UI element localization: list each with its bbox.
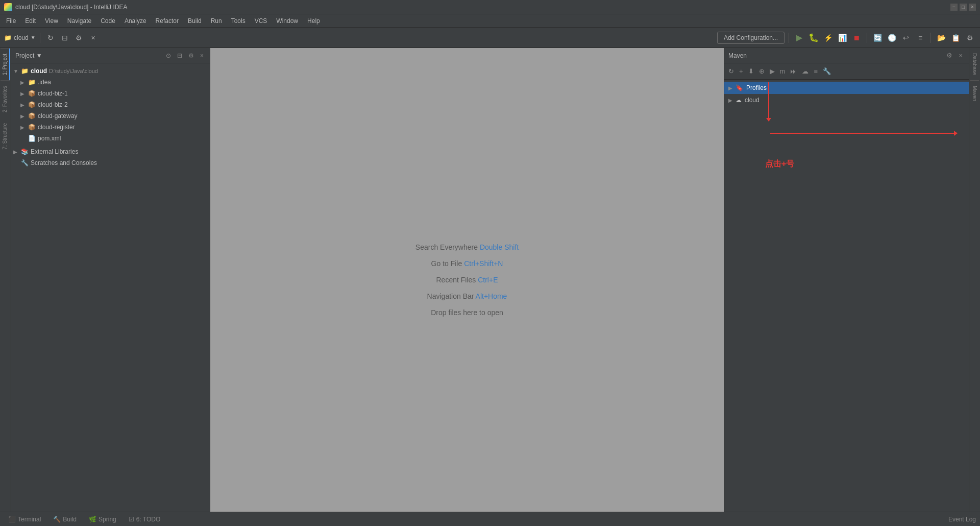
toolbar-refresh-btn[interactable]: ↻ [44, 32, 57, 44]
menu-view[interactable]: View [41, 16, 62, 26]
tree-item-scratches[interactable]: ▶ 🔧 Scratches and Consoles [11, 157, 210, 169]
terminal-icon: ⬛ [8, 516, 16, 523]
arrow-biz2: ▶ [20, 102, 28, 108]
tree-item-root[interactable]: ▼ 📁 cloud D:\study\Java\cloud [11, 65, 210, 77]
maven-skip-btn[interactable]: ⏭ [788, 66, 799, 77]
menu-vcs[interactable]: VCS [251, 16, 272, 26]
arrow-gateway: ▶ [20, 113, 28, 119]
recent-files-button[interactable]: 📋 [949, 32, 962, 44]
panel-header: Project ▼ ⊙ ⊟ ⚙ × [11, 48, 210, 63]
panel-refresh-btn[interactable]: ⊙ [164, 51, 173, 60]
update-button[interactable]: 🔄 [871, 32, 884, 44]
menu-help[interactable]: Help [303, 16, 324, 26]
todo-tab[interactable]: ☑ 6: TODO [125, 514, 165, 524]
terminal-tab[interactable]: ⬛ Terminal [4, 514, 45, 524]
cloud-label: cloud [745, 97, 760, 104]
menu-run[interactable]: Run [207, 16, 226, 26]
maven-item-cloud[interactable]: ▶ ☁ cloud [724, 94, 969, 106]
tree-item-cloud-register[interactable]: ▶ 📦 cloud-register [11, 122, 210, 133]
sidebar-tab-database[interactable]: Database [970, 48, 979, 81]
toolbar-separator-3 [867, 33, 867, 43]
toolbar-close-btn[interactable]: × [87, 32, 100, 44]
right-side-tabs: Database Maven [969, 48, 980, 512]
tree-item-cloud-gateway[interactable]: ▶ 📦 cloud-gateway [11, 110, 210, 122]
maven-download-btn[interactable]: ⬇ [746, 66, 756, 77]
revert-button[interactable]: ↩ [900, 32, 912, 44]
minimize-button[interactable]: − [950, 4, 958, 11]
menu-analyze[interactable]: Analyze [120, 16, 151, 26]
project-panel: Project ▼ ⊙ ⊟ ⚙ × ▼ 📁 cloud D:\study\Jav… [11, 48, 210, 512]
sidebar-tab-structure[interactable]: 7: Structure [1, 118, 10, 155]
menu-window[interactable]: Window [272, 16, 302, 26]
hint-recent-files: Recent Files Ctrl+E [436, 276, 498, 284]
stop-button[interactable]: ⏹ [850, 32, 863, 44]
build-tab[interactable]: 🔨 Build [49, 514, 81, 524]
maven-m-btn[interactable]: m [778, 66, 788, 77]
menu-navigate[interactable]: Navigate [63, 16, 95, 26]
tree-item-pom[interactable]: ▶ 📄 pom.xml [11, 133, 210, 144]
sidebar-tab-maven[interactable]: Maven [970, 81, 979, 106]
arrow-ext-libs: ▶ [13, 149, 20, 155]
lib-icon-ext: 📚 [20, 148, 29, 156]
tree-item-idea[interactable]: ▶ 📁 .idea [11, 77, 210, 88]
annotate-button[interactable]: ≡ [914, 32, 926, 44]
pom-label: pom.xml [38, 135, 61, 142]
project-folder-icon: 📁 [4, 34, 12, 41]
ext-libs-label: External Libraries [31, 148, 78, 155]
run-button[interactable]: ▶ [793, 32, 805, 44]
settings-main-button[interactable]: ⚙ [964, 32, 976, 44]
xml-icon-pom: 📄 [28, 134, 36, 142]
maven-cloud-btn[interactable]: ☁ [800, 66, 811, 77]
tree-item-cloud-biz-1[interactable]: ▶ 📦 cloud-biz-1 [11, 88, 210, 99]
panel-collapse-all-btn[interactable]: ⊟ [175, 51, 184, 60]
profiles-arrow: ▶ [728, 85, 736, 91]
maven-add-module-btn[interactable]: ⊕ [757, 66, 767, 77]
menu-refactor[interactable]: Refactor [152, 16, 183, 26]
panel-close-btn[interactable]: × [198, 51, 206, 60]
maximize-button[interactable]: □ [960, 4, 967, 11]
menu-build[interactable]: Build [184, 16, 206, 26]
cloud-arrow: ▶ [728, 98, 736, 103]
coverage-button[interactable]: ⚡ [822, 32, 834, 44]
annotation-overlay: 点击+号 [724, 80, 969, 512]
toolbar-collapse-btn[interactable]: ⊟ [59, 32, 71, 44]
toolbar-settings-btn[interactable]: ⚙ [73, 32, 85, 44]
profiles-label: Profiles [746, 84, 767, 91]
maven-add-btn[interactable]: + [737, 66, 745, 77]
maven-refresh-btn[interactable]: ↻ [726, 66, 736, 77]
debug-button[interactable]: 🐛 [807, 32, 820, 44]
profile-button[interactable]: 📊 [836, 32, 848, 44]
maven-run-btn[interactable]: ▶ [768, 66, 777, 77]
build-icon: 🔨 [53, 516, 61, 523]
sidebar-tab-favorites[interactable]: 2: Favorites [1, 80, 10, 117]
menu-edit[interactable]: Edit [21, 16, 40, 26]
sidebar-tab-project[interactable]: 1: Project [1, 48, 10, 80]
menu-tools[interactable]: Tools [227, 16, 250, 26]
maven-settings-btn[interactable]: ⚙ [944, 50, 954, 61]
tree-item-cloud-biz-2[interactable]: ▶ 📦 cloud-biz-2 [11, 99, 210, 110]
toolbar-project-dropdown-icon[interactable]: ▼ [31, 35, 36, 40]
menu-file[interactable]: File [2, 16, 20, 26]
toolbar-separator-4 [930, 33, 931, 43]
hint-recent-static: Recent Files [436, 276, 476, 284]
tree-item-ext-libs[interactable]: ▶ 📚 External Libraries [11, 146, 210, 157]
root-label: cloud [31, 67, 47, 75]
module-icon-register: 📦 [28, 123, 36, 131]
module-icon-biz1: 📦 [28, 89, 36, 98]
maven-filter-btn[interactable]: ≡ [812, 66, 820, 77]
open-files-button[interactable]: 📂 [935, 32, 947, 44]
spring-tab[interactable]: 🌿 Spring [85, 514, 120, 524]
history-button[interactable]: 🕒 [886, 32, 898, 44]
annotation-text: 点击+号 [765, 159, 794, 170]
menu-code[interactable]: Code [96, 16, 119, 26]
maven-item-profiles[interactable]: ▶ 🔖 Profiles [724, 82, 969, 94]
add-configuration-button[interactable]: Add Configuration... [717, 32, 785, 44]
close-button[interactable]: × [969, 4, 976, 11]
arrow-biz1: ▶ [20, 91, 28, 97]
event-log-label[interactable]: Event Log [948, 516, 976, 523]
maven-close-btn[interactable]: × [957, 50, 965, 61]
panel-title: Project ▼ [15, 52, 162, 59]
maven-wrench-btn[interactable]: 🔧 [821, 66, 833, 77]
panel-settings-btn[interactable]: ⚙ [186, 51, 196, 60]
module-icon-gateway: 📦 [28, 112, 36, 120]
